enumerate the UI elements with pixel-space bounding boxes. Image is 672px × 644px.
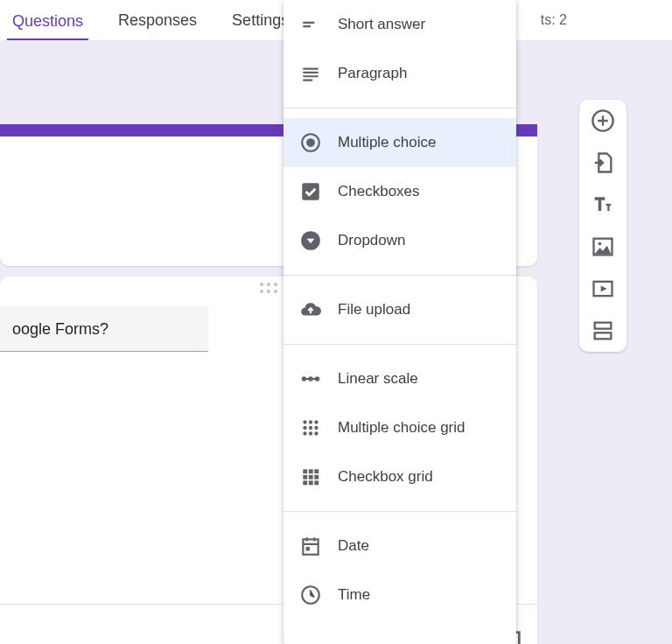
import-questions-icon[interactable] (591, 150, 615, 175)
svg-point-16 (309, 420, 312, 424)
menu-item-dropdown[interactable]: Dropdown (284, 216, 516, 265)
menu-item-paragraph[interactable]: Paragraph (284, 49, 516, 98)
svg-point-21 (303, 431, 306, 435)
dot-grid-icon (299, 416, 322, 439)
svg-rect-33 (303, 539, 318, 554)
svg-point-15 (303, 420, 306, 424)
menu-item-label: Multiple choice grid (338, 419, 466, 437)
svg-point-20 (314, 426, 318, 430)
add-image-toolbar-icon[interactable] (591, 234, 615, 259)
svg-point-9 (306, 138, 315, 147)
calendar-icon (299, 535, 322, 557)
question-title-input[interactable] (0, 306, 208, 352)
menu-item-label: Checkbox grid (338, 468, 433, 486)
svg-point-23 (314, 431, 318, 435)
menu-item-short-answer[interactable]: Short answer (284, 0, 516, 49)
svg-rect-30 (303, 480, 307, 485)
menu-item-date[interactable]: Date (284, 522, 516, 570)
svg-rect-29 (314, 475, 318, 480)
menu-item-label: Linear scale (338, 370, 418, 388)
svg-point-19 (309, 426, 312, 430)
menu-item-checkbox-grid[interactable]: Checkbox grid (284, 452, 516, 501)
svg-rect-32 (314, 480, 318, 485)
svg-rect-25 (309, 469, 313, 473)
menu-item-linear-scale[interactable]: Linear scale (284, 354, 516, 403)
question-toolbar (579, 100, 626, 352)
svg-rect-34 (306, 547, 310, 550)
svg-point-22 (309, 431, 312, 435)
add-video-icon[interactable] (591, 276, 615, 301)
svg-rect-31 (309, 480, 313, 485)
svg-point-13 (308, 376, 312, 381)
svg-rect-26 (314, 469, 318, 473)
add-title-icon[interactable] (591, 192, 615, 217)
svg-rect-6 (595, 323, 612, 329)
svg-rect-27 (303, 475, 307, 480)
menu-item-label: Date (338, 537, 369, 555)
add-section-icon[interactable] (591, 318, 615, 343)
menu-item-checkboxes[interactable]: Checkboxes (284, 167, 516, 216)
menu-item-label: Checkboxes (338, 183, 420, 200)
menu-item-label: Multiple choice (338, 134, 436, 151)
add-question-icon[interactable] (591, 108, 615, 133)
radio-icon (299, 131, 322, 154)
menu-item-file-upload[interactable]: File upload (284, 285, 516, 334)
svg-rect-10 (302, 183, 319, 200)
short-answer-icon (299, 13, 322, 36)
total-points-label: ts: 2 (541, 12, 567, 28)
svg-point-14 (315, 376, 319, 381)
menu-item-label: Short answer (338, 16, 425, 33)
menu-item-multiple-choice[interactable]: Multiple choice (284, 118, 516, 167)
dropdown-icon (299, 229, 322, 252)
tab-responses[interactable]: Responses (113, 0, 202, 40)
clock-icon (299, 584, 322, 606)
menu-item-label: Dropdown (338, 232, 406, 249)
svg-point-4 (598, 242, 602, 246)
menu-item-label: Time (338, 586, 370, 604)
svg-point-12 (302, 376, 306, 381)
svg-rect-28 (309, 475, 313, 480)
svg-rect-24 (303, 469, 307, 473)
paragraph-icon (299, 62, 322, 85)
menu-item-label: File upload (338, 301, 410, 318)
tab-questions[interactable]: Questions (7, 1, 88, 41)
menu-item-label: Paragraph (338, 65, 407, 82)
menu-item-time[interactable]: Time (284, 570, 516, 620)
svg-rect-7 (595, 332, 612, 339)
cloud-upload-icon (299, 298, 322, 321)
svg-point-17 (314, 420, 318, 424)
svg-point-18 (303, 426, 306, 430)
linear-scale-icon (299, 368, 322, 390)
question-type-menu: Short answer Paragraph Multiple choice C… (284, 0, 516, 644)
menu-item-multiple-choice-grid[interactable]: Multiple choice grid (284, 403, 516, 452)
square-grid-icon (299, 466, 322, 488)
checkbox-icon (299, 180, 322, 203)
